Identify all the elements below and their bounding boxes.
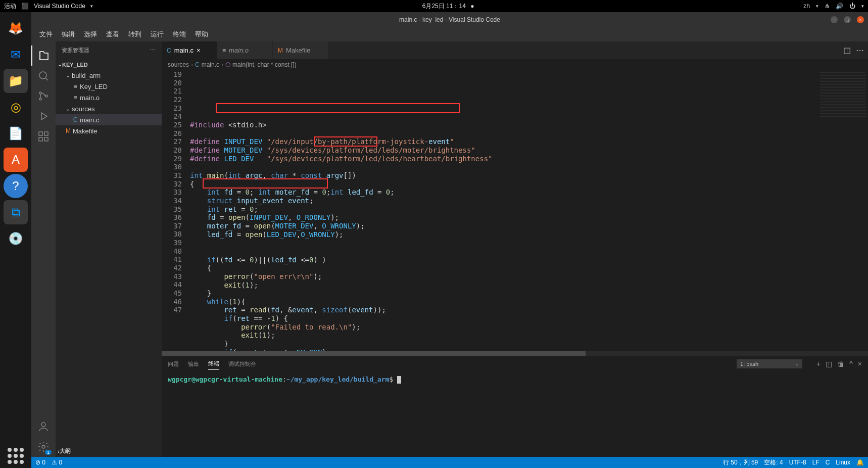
svg-rect-6 — [39, 137, 42, 141]
lang-dropdown-icon[interactable]: ▾ — [816, 4, 818, 9]
input-method-label[interactable]: zh — [803, 3, 810, 10]
status-errors[interactable]: ⊘ 0 — [35, 459, 45, 466]
window-titlebar: main.c - key_led - Visual Studio Code − … — [31, 12, 868, 27]
svg-point-9 — [42, 445, 45, 448]
panel-tab-debug[interactable]: 调试控制台 — [228, 358, 256, 370]
file-main-o[interactable]: ≡main.o — [56, 92, 162, 103]
status-lang[interactable]: C — [826, 459, 830, 466]
datetime-label[interactable]: 6月25日 11：14 — [422, 3, 466, 10]
breadcrumb-folder[interactable]: sources — [168, 61, 189, 68]
scm-icon[interactable] — [31, 86, 56, 106]
sidebar-title: 资源管理器 — [62, 46, 89, 54]
panel-tab-terminal[interactable]: 终端 — [208, 358, 219, 370]
terminal-content[interactable]: wgpcgr@wgpcgr-virtual-machine:~/my_app/k… — [162, 371, 868, 457]
file-main-c[interactable]: Cmain.c — [56, 114, 162, 125]
maximize-panel-icon[interactable]: ^ — [849, 360, 853, 368]
editor-tabs: C main.c × ≡ main.o × M Makefile × — [162, 41, 868, 59]
workspace-root[interactable]: ⌄ KEY_LED — [56, 59, 162, 70]
status-bell-icon[interactable]: 🔔 — [856, 459, 864, 466]
thunderbird-icon[interactable]: ✉ — [4, 42, 28, 67]
menu-go[interactable]: 转到 — [124, 29, 146, 40]
software-icon[interactable]: A — [4, 148, 28, 172]
menu-run[interactable]: 运行 — [147, 29, 168, 40]
prompt-symbol: $ — [389, 376, 393, 383]
panel-tab-output[interactable]: 输出 — [188, 358, 199, 370]
vscode-launcher-icon[interactable]: ⧉ — [4, 200, 28, 224]
power-icon[interactable]: ⏻ — [849, 3, 855, 10]
file-makefile[interactable]: MMakefile — [56, 125, 162, 136]
activities-label[interactable]: 活动 — [4, 2, 16, 11]
status-eol[interactable]: LF — [812, 459, 819, 466]
tab-close-icon[interactable]: × — [197, 46, 205, 54]
extensions-icon[interactable] — [31, 126, 56, 147]
writer-icon[interactable]: 📄 — [4, 121, 28, 146]
window-title: main.c - key_led - Visual Studio Code — [399, 16, 500, 23]
sidebar-header: 资源管理器 ⋯ — [56, 41, 162, 59]
account-icon[interactable] — [31, 416, 56, 437]
breadcrumb-file[interactable]: main.c — [202, 61, 219, 68]
file-key-led[interactable]: ≡Key_LED — [56, 81, 162, 92]
status-os[interactable]: Linux — [836, 459, 850, 466]
binary-file-icon: ≡ — [71, 83, 80, 90]
scrollbar-thumb[interactable] — [162, 351, 586, 356]
code-content[interactable]: #include <stdio.h>#define INPUT_DEV "/de… — [190, 70, 817, 351]
show-apps-button[interactable] — [4, 444, 28, 468]
debug-icon[interactable] — [31, 106, 56, 126]
tab-main-o[interactable]: ≡ main.o × — [217, 41, 273, 59]
explorer-icon[interactable] — [31, 45, 56, 66]
disc-icon[interactable]: 💿 — [4, 226, 28, 251]
tab-label: Makefile — [286, 46, 310, 54]
trash-icon[interactable]: 🗑 — [837, 360, 844, 368]
terminal-select[interactable]: 1: bash⌄ — [737, 359, 802, 368]
menu-help[interactable]: 帮助 — [191, 29, 212, 40]
firefox-icon[interactable]: 🦊 — [4, 16, 28, 40]
chevron-down-icon: ⌄ — [795, 361, 799, 366]
tab-makefile[interactable]: M Makefile × — [273, 41, 328, 59]
app-name-label[interactable]: Visual Studio Code — [34, 3, 85, 10]
chevron-down-icon: ⌄ — [64, 106, 72, 112]
tab-main-c[interactable]: C main.c × — [162, 41, 217, 59]
files-icon[interactable]: 📁 — [4, 69, 28, 93]
settings-icon[interactable]: 1 — [31, 437, 56, 457]
breadcrumb[interactable]: sources › C main.c › ⬡ main(int, char * … — [162, 59, 868, 70]
minimize-button[interactable]: − — [831, 16, 838, 23]
split-terminal-icon[interactable]: ◫ — [826, 360, 832, 368]
minimap[interactable] — [817, 70, 868, 351]
breadcrumb-symbol[interactable]: main(int, char * const []) — [232, 61, 297, 68]
status-warnings[interactable]: ⚠ 0 — [52, 459, 62, 466]
more-actions-icon[interactable]: ⋯ — [856, 45, 864, 55]
editor-area[interactable]: 1920212223242526272829303132333435363738… — [162, 70, 868, 351]
c-file-icon: C — [71, 116, 80, 123]
status-line-col[interactable]: 行 50，列 59 — [723, 458, 758, 467]
menu-file[interactable]: 文件 — [35, 29, 57, 40]
split-editor-icon[interactable]: ◫ — [843, 45, 851, 55]
maximize-button[interactable]: □ — [844, 16, 851, 23]
root-label: KEY_LED — [62, 62, 88, 68]
close-button[interactable]: × — [857, 16, 864, 23]
sidebar-more-icon[interactable]: ⋯ — [150, 47, 156, 54]
horizontal-scrollbar[interactable] — [162, 351, 868, 356]
svg-rect-7 — [44, 137, 48, 141]
search-icon[interactable] — [31, 66, 56, 86]
breadcrumb-sep: › — [191, 61, 193, 68]
menu-terminal[interactable]: 终端 — [169, 29, 190, 40]
sys-dropdown-icon[interactable]: ▾ — [861, 4, 864, 9]
help-icon[interactable]: ? — [4, 174, 28, 198]
panel-tab-problems[interactable]: 问题 — [168, 358, 179, 370]
svg-rect-4 — [39, 132, 42, 135]
system-top-bar: 活动 ⬛ Visual Studio Code ▾ 6月25日 11：14 ● … — [0, 0, 868, 12]
new-terminal-icon[interactable]: + — [816, 360, 821, 368]
folder-sources[interactable]: ⌄sources — [56, 103, 162, 114]
status-encoding[interactable]: UTF-8 — [789, 459, 806, 466]
volume-icon[interactable]: 🔊 — [836, 3, 843, 10]
menu-selection[interactable]: 选择 — [80, 29, 101, 40]
menu-edit[interactable]: 编辑 — [58, 29, 79, 40]
status-spaces[interactable]: 空格: 4 — [764, 458, 783, 467]
outline-section[interactable]: › 大纲 — [56, 445, 162, 457]
folder-build-arm[interactable]: ⌄build_arm — [56, 70, 162, 81]
close-panel-icon[interactable]: × — [858, 360, 862, 368]
menu-bar: 文件 编辑 选择 查看 转到 运行 终端 帮助 — [31, 27, 868, 41]
rhythmbox-icon[interactable]: ◎ — [4, 95, 28, 119]
menu-view[interactable]: 查看 — [102, 29, 123, 40]
network-icon[interactable]: ⋔ — [825, 3, 830, 10]
